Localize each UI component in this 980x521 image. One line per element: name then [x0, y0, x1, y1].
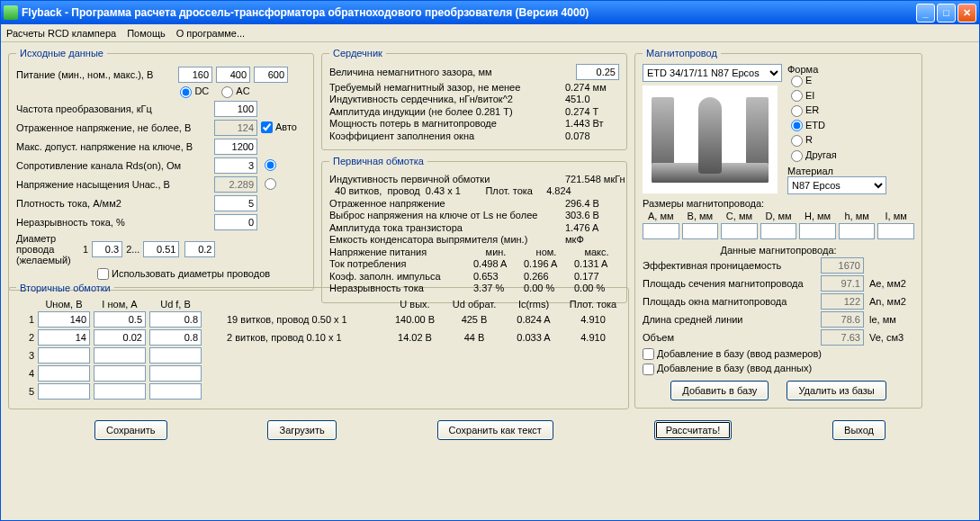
menu-about[interactable]: О программе... [176, 28, 245, 39]
diam-label1: Диаметр [16, 233, 79, 244]
secondary-row: 22 витков, провод 0.10 x 114.02 В44 В0.0… [16, 329, 621, 346]
app-icon [4, 5, 18, 20]
cont-label: Неразрывность тока, % [16, 217, 214, 228]
sec-i-input[interactable] [94, 383, 146, 400]
vref-label: Отраженное напряжение, не более, В [16, 122, 214, 133]
shape-radio-r[interactable]: R [791, 134, 886, 147]
perm-input [821, 257, 864, 274]
dim-input[interactable] [682, 223, 719, 239]
sec-ud-input[interactable] [149, 329, 202, 346]
auto-check[interactable]: Авто [261, 121, 297, 134]
add-dim-check[interactable]: Добавление в базу (ввод размеров) [643, 348, 822, 361]
dim-input[interactable] [721, 223, 758, 239]
sec-ud-input[interactable] [149, 365, 202, 382]
close-button[interactable]: ✕ [958, 4, 976, 22]
sec-u-input[interactable] [38, 329, 90, 346]
magneto-legend: Магнитопровод [643, 48, 721, 58]
save-text-button[interactable]: Сохранить как текст [437, 420, 553, 440]
secondary-row: 119 витков, провод 0.50 x 1140.00 В425 В… [16, 311, 621, 328]
sec-i-input[interactable] [94, 347, 146, 364]
gap-label: Величина немагнитного зазора, мм [329, 67, 571, 77]
menu-help[interactable]: Помощь [127, 28, 166, 39]
win-input [821, 293, 864, 310]
cont-input[interactable] [214, 214, 257, 230]
jden-input[interactable] [214, 195, 257, 211]
shape-radio-etd[interactable]: ETD [791, 120, 886, 132]
sec-i-input[interactable] [94, 329, 146, 346]
shape-radio-ei[interactable]: EI [791, 90, 886, 103]
dim-label: Размеры магнитопровода: [643, 198, 914, 209]
primary-group: Первичная обмотка Индуктивность первично… [321, 156, 627, 303]
secondary-row: 5 [16, 383, 621, 400]
dim-input[interactable] [760, 223, 797, 239]
maximize-button[interactable]: □ [937, 4, 956, 22]
sec-u-input[interactable] [38, 365, 90, 382]
rds-label: Сопротивление канала Rds(on), Ом [16, 160, 214, 171]
vmax-input[interactable] [214, 139, 257, 155]
rds-radio[interactable] [265, 159, 276, 171]
input-legend: Исходные данные [16, 48, 107, 58]
sec-i-input[interactable] [94, 365, 146, 382]
dim-input[interactable] [839, 223, 876, 239]
shape-label: Форма [787, 64, 886, 75]
add-db-button[interactable]: Добавить в базу [670, 381, 769, 400]
supply-min-input[interactable] [178, 67, 212, 83]
sec-u-input[interactable] [38, 311, 90, 328]
sec-ud-input[interactable] [149, 347, 202, 364]
vol-input [821, 329, 864, 346]
dim-input[interactable] [877, 223, 914, 239]
vmax-label: Макс. допуст. напряжение на ключе, В [16, 141, 214, 152]
core-legend: Сердечник [329, 48, 386, 58]
del-db-button[interactable]: Удалить из базы [787, 381, 886, 400]
diam1-input[interactable] [92, 241, 122, 257]
diam2-input[interactable] [143, 241, 179, 257]
dim-input[interactable] [643, 223, 679, 239]
sec-u-input[interactable] [38, 383, 90, 400]
dim-input[interactable] [799, 223, 836, 239]
magneto-group: Магнитопровод ETD 34/17/11 N87 Epcos [634, 48, 922, 409]
sec-ud-input[interactable] [149, 311, 202, 328]
sec-u-input[interactable] [38, 347, 90, 364]
menubar: Расчеты RCD клампера Помощь О программе.… [1, 24, 979, 42]
secondary-row: 4 [16, 365, 621, 382]
minimize-button[interactable]: _ [916, 4, 935, 22]
use-diam-check[interactable]: Использовать диаметры проводов [97, 268, 270, 281]
calc-button[interactable]: Рассчитать! [654, 420, 732, 440]
menu-rcd[interactable]: Расчеты RCD клампера [6, 28, 116, 39]
diam3-input[interactable] [184, 241, 215, 257]
sec-i-input[interactable] [94, 311, 146, 328]
len-input [821, 311, 864, 328]
primary-legend: Первичная обмотка [329, 156, 427, 166]
usat-radio[interactable] [265, 178, 276, 190]
titlebar: Flyback - Программа расчета дроссель-тра… [1, 1, 979, 24]
shape-radio-er[interactable]: ER [791, 104, 886, 117]
gap-input[interactable] [576, 64, 619, 80]
rds-input[interactable] [214, 157, 257, 174]
usat-label: Напряжение насыщения Uнас., В [16, 179, 214, 190]
magdata-label: Данные магнитопровода: [643, 245, 914, 256]
shape-radio-e[interactable]: E [791, 75, 886, 87]
material-select[interactable]: N87 Epcos [787, 176, 886, 194]
shape-radio-другая[interactable]: Другая [791, 149, 886, 162]
add-data-check[interactable]: Добавление в базу (ввод данных) [643, 363, 812, 375]
usat-input [214, 176, 257, 193]
core-select[interactable]: ETD 34/17/11 N87 Epcos [643, 64, 782, 82]
core-image [643, 85, 778, 193]
supply-max-input[interactable] [254, 67, 288, 83]
material-label: Материал [787, 166, 886, 176]
dc-radio[interactable]: DC [180, 85, 209, 98]
vref-input [214, 120, 257, 136]
sec-ud-input[interactable] [149, 383, 202, 400]
freq-input[interactable] [214, 101, 257, 117]
exit-button[interactable]: Выход [832, 420, 886, 440]
load-button[interactable]: Загрузить [267, 420, 336, 440]
secondary-row: 3 [16, 347, 621, 364]
area-input [821, 275, 864, 292]
save-button[interactable]: Сохранить [94, 420, 167, 440]
diam-label3: (желаемый) [16, 255, 79, 265]
supply-nom-input[interactable] [216, 67, 250, 83]
ac-radio[interactable]: AC [221, 85, 249, 98]
secondary-group: Вторичные обмотки Uном, В I ном, A Ud f,… [8, 283, 629, 409]
diam-label2: провода [16, 244, 79, 255]
jden-label: Плотность тока, А/мм2 [16, 198, 214, 209]
